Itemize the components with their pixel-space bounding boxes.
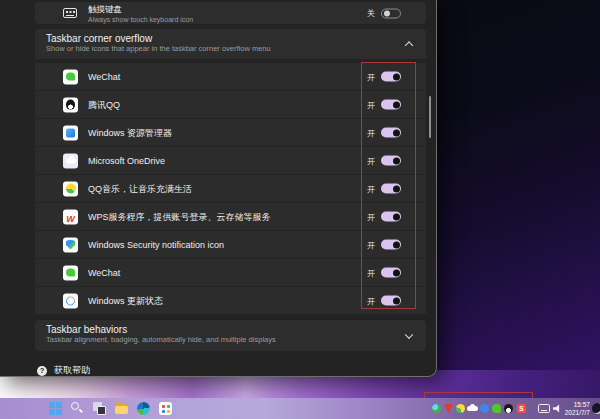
row-label: WeChat [88,268,120,278]
toggle-knob [384,10,390,16]
tray-qq-music-icon[interactable] [456,404,465,413]
chevron-down-icon[interactable] [405,330,413,338]
touch-keyboard-toggle[interactable] [381,8,401,18]
touch-keyboard-toggle-label: 关 [367,8,375,19]
tray-docs-icon[interactable] [480,404,489,413]
touch-keyboard-setting-row[interactable]: 触摸键盘 Always show touch keyboard icon 关 [35,2,426,24]
taskbar-behaviors-header[interactable]: Taskbar behaviors Taskbar alignment, bad… [35,320,426,351]
row-label: Windows Security notification icon [88,240,224,250]
touch-keyboard-title: 触摸键盘 [88,4,193,16]
row-label: Microsoft OneDrive [88,156,165,166]
annotation-rect-toggles [361,62,416,309]
clock-date: 2021/7/7 [563,409,590,417]
clock-time: 15:57 [563,401,590,409]
tray-onedrive-icon[interactable] [467,406,478,411]
behaviors-title: Taskbar behaviors [46,324,276,335]
taskbar: 15:57 2021/7/7 [0,398,600,419]
scrollbar[interactable] [429,96,431,138]
tray-wps-icon[interactable] [444,404,453,413]
task-view-icon[interactable] [92,401,107,416]
app-grid-icon[interactable] [158,401,173,416]
qq-icon [63,97,78,112]
corner-overflow-header[interactable]: Taskbar corner overflow Show or hide ico… [35,29,426,59]
file-explorer-icon [63,125,78,140]
wechat-icon [63,265,78,280]
notification-icon[interactable] [592,403,600,414]
edge-icon[interactable] [136,401,151,416]
onedrive-icon [63,153,78,168]
windows-security-icon [63,237,78,252]
tray-qq-icon[interactable] [504,404,513,413]
behaviors-subtitle: Taskbar alignment, badging, automaticall… [46,335,276,344]
get-help-label: 获取帮助 [54,364,90,377]
help-icon: ? [37,366,47,376]
row-label: 腾讯QQ [88,98,120,111]
tray-wechat-icon[interactable] [492,404,501,413]
row-label: WPS服务程序，提供账号登录、云存储等服务 [88,210,271,223]
touch-keyboard-subtitle: Always show touch keyboard icon [88,16,193,23]
wechat-icon [63,69,78,84]
get-help-link[interactable]: ? 获取帮助 [37,364,90,377]
row-label: Windows 资源管理器 [88,126,172,139]
row-label: WeChat [88,72,120,82]
tray-sogou-icon[interactable] [517,404,526,413]
chevron-up-icon[interactable] [405,41,413,49]
start-icon[interactable] [48,401,63,416]
corner-overflow-subtitle: Show or hide icons that appear in the ta… [46,44,271,53]
file-explorer-icon[interactable] [114,401,129,416]
row-label: QQ音乐，让音乐充满生活 [88,182,192,195]
touch-keyboard-indicator-icon[interactable] [538,404,550,413]
search-icon[interactable] [70,401,85,416]
taskbar-clock[interactable]: 15:57 2021/7/7 [563,401,590,417]
row-label: Windows 更新状态 [88,294,163,307]
tray-windows-security-icon[interactable] [432,404,441,413]
qq-music-icon [63,181,78,196]
speaker-icon[interactable] [553,404,562,413]
wps-icon [63,209,78,224]
corner-overflow-title: Taskbar corner overflow [46,33,271,44]
touch-keyboard-icon [63,8,77,18]
windows-update-icon [63,293,78,308]
